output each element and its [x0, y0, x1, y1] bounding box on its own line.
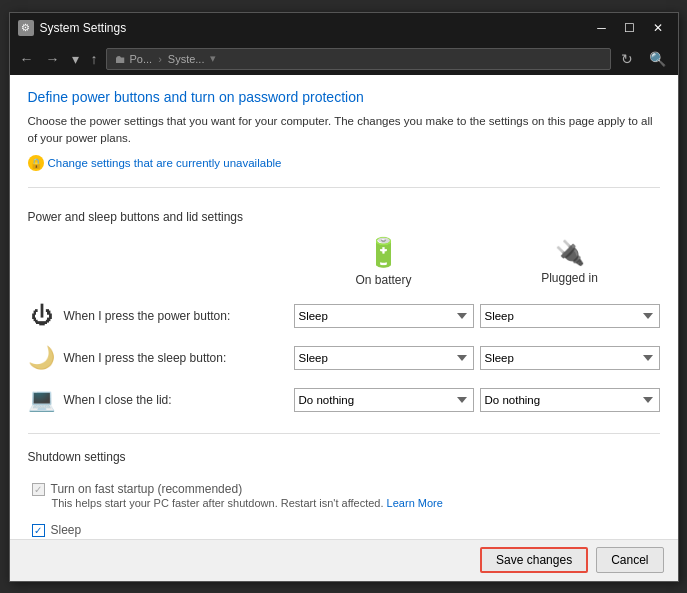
- breadcrumb-arrow1: ›: [158, 53, 162, 65]
- titlebar-left: ⚙ System Settings: [18, 20, 127, 36]
- battery-icon: 🔋: [366, 236, 401, 269]
- footer: Save changes Cancel: [10, 539, 678, 581]
- lid-row: 💻 When I close the lid: Sleep Hibernate …: [28, 386, 660, 414]
- lid-label: 💻 When I close the lid:: [28, 386, 288, 414]
- titlebar: ⚙ System Settings ─ ☐ ✕: [10, 13, 678, 43]
- recent-button[interactable]: ▾: [68, 49, 83, 69]
- power-button-battery-select[interactable]: Sleep Hibernate Shut down Turn off the d…: [294, 304, 474, 328]
- window-title: System Settings: [40, 21, 127, 35]
- close-button[interactable]: ✕: [646, 19, 670, 37]
- maximize-button[interactable]: ☐: [618, 19, 642, 37]
- address-bar[interactable]: 🖿 Po... › Syste... ▾: [106, 48, 611, 70]
- power-icon: ⏻: [28, 302, 56, 330]
- sleep-icon: 🌙: [28, 344, 56, 372]
- power-columns-header: 🔋 On battery 🔌 Plugged in: [28, 236, 660, 287]
- fast-startup-label: Turn on fast startup (recommended): [51, 482, 243, 496]
- app-icon: ⚙: [18, 20, 34, 36]
- pluggedin-label: Plugged in: [541, 271, 598, 285]
- power-button-row: ⏻ When I press the power button: Sleep H…: [28, 302, 660, 330]
- plug-icon: 🔌: [555, 239, 585, 267]
- divider-1: [28, 187, 660, 188]
- minimize-button[interactable]: ─: [590, 19, 614, 37]
- battery-label: On battery: [355, 273, 411, 287]
- forward-button[interactable]: →: [42, 49, 64, 69]
- lid-icon: 💻: [28, 386, 56, 414]
- sleep-label: Sleep: [51, 523, 82, 537]
- sleep-label-row: Sleep: [32, 523, 660, 537]
- search-button[interactable]: 🔍: [643, 49, 672, 69]
- save-changes-button[interactable]: Save changes: [480, 547, 588, 573]
- cancel-button[interactable]: Cancel: [596, 547, 663, 573]
- power-button-label: ⏻ When I press the power button:: [28, 302, 288, 330]
- change-settings-link[interactable]: 🔒 Change settings that are currently una…: [28, 155, 660, 171]
- breadcrumb-part1: Po...: [130, 53, 153, 65]
- breadcrumb-part2: Syste...: [168, 53, 205, 65]
- lid-pluggedin-select[interactable]: Sleep Hibernate Shut down Turn off the d…: [480, 388, 660, 412]
- back-button[interactable]: ←: [16, 49, 38, 69]
- sleep-button-pluggedin-select[interactable]: Sleep Hibernate Shut down Turn off the d…: [480, 346, 660, 370]
- shield-icon: 🔒: [28, 155, 44, 171]
- page-description: Choose the power settings that you want …: [28, 113, 660, 148]
- power-button-pluggedin-select[interactable]: Sleep Hibernate Shut down Turn off the d…: [480, 304, 660, 328]
- up-button[interactable]: ↑: [87, 49, 102, 69]
- sleep-item: Sleep Show in Power menu.: [32, 523, 660, 538]
- sleep-button-battery-select[interactable]: Sleep Hibernate Shut down Turn off the d…: [294, 346, 474, 370]
- battery-column-header: 🔋 On battery: [294, 236, 474, 287]
- pluggedin-column-header: 🔌 Plugged in: [480, 239, 660, 285]
- content-area: Define power buttons and turn on passwor…: [10, 75, 678, 539]
- fast-startup-checkbox[interactable]: [32, 483, 45, 496]
- sleep-button-row: 🌙 When I press the sleep button: Sleep H…: [28, 344, 660, 372]
- power-section-header: Power and sleep buttons and lid settings: [28, 210, 660, 224]
- shutdown-section-header: Shutdown settings: [28, 450, 660, 464]
- lid-battery-select[interactable]: Sleep Hibernate Shut down Turn off the d…: [294, 388, 474, 412]
- learn-more-link[interactable]: Learn More: [387, 497, 443, 509]
- sleep-checkbox[interactable]: [32, 524, 45, 537]
- fast-startup-label-row: Turn on fast startup (recommended): [32, 482, 660, 496]
- fast-startup-item: Turn on fast startup (recommended) This …: [32, 482, 660, 511]
- breadcrumb-arrow2: ▾: [210, 52, 216, 65]
- fast-startup-desc: This helps start your PC faster after sh…: [52, 496, 660, 511]
- page-title[interactable]: Define power buttons and turn on passwor…: [28, 89, 660, 105]
- divider-2: [28, 433, 660, 434]
- main-window: ⚙ System Settings ─ ☐ ✕ ← → ▾ ↑ 🖿 Po... …: [9, 12, 679, 582]
- sleep-button-label: 🌙 When I press the sleep button:: [28, 344, 288, 372]
- titlebar-controls: ─ ☐ ✕: [590, 19, 670, 37]
- addressbar: ← → ▾ ↑ 🖿 Po... › Syste... ▾ ↻ 🔍: [10, 43, 678, 75]
- refresh-button[interactable]: ↻: [615, 49, 639, 69]
